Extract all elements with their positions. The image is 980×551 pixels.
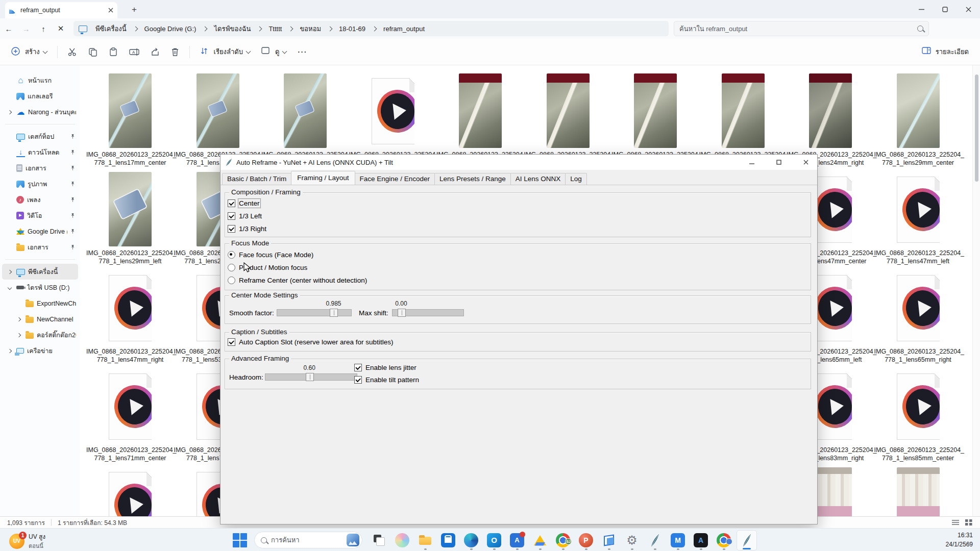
paste-icon[interactable] [105, 44, 122, 60]
sort-button[interactable]: เรียงลำดับ [196, 43, 254, 60]
sidebar-item--[interactable]: เอกสาร [2, 160, 78, 176]
checkbox-icon[interactable] [228, 338, 235, 346]
sidebar-item-exportnewchanel[interactable]: ExportNewChanel [11, 295, 78, 311]
breadcrumb-item[interactable]: พีซีเครื่องนี้ [91, 22, 131, 35]
chevron-right-icon[interactable] [6, 349, 13, 353]
checkbox-icon[interactable] [354, 376, 362, 384]
scrollbar-thumb[interactable] [975, 74, 978, 182]
sidebar-item--[interactable]: พีซีเครื่องนี้ [2, 264, 78, 280]
image-file-tile[interactable]: IMG_0868_20260123_225204_778_1_lens24mm_… [611, 73, 699, 167]
outlook-icon[interactable] [484, 530, 504, 550]
explorer-tab[interactable]: refram_output [5, 2, 117, 18]
sidebar-item--[interactable]: ↓ดาวน์โหลด [2, 144, 78, 160]
microsoft-store-icon[interactable] [438, 530, 458, 550]
checkbox-enable-lens-jitter[interactable]: Enable lens jitter [354, 364, 416, 371]
radio-icon[interactable] [228, 277, 235, 284]
sidebar-item--[interactable]: รูปภาพ [2, 176, 78, 192]
video-file-tile[interactable]: IMG_0868_20260123_225204_778_1_lens20mm_… [349, 73, 437, 167]
vertical-scrollbar[interactable] [972, 65, 980, 516]
radio-icon[interactable] [228, 264, 235, 271]
sidebar-item--[interactable]: วิดีโอ [2, 208, 78, 223]
weather-widget[interactable]: UV 1 UV สูงตอนนี้ [5, 531, 50, 551]
remote-app-icon[interactable]: A [507, 530, 527, 550]
dialog-minimize-icon[interactable] [740, 155, 763, 170]
image-file-tile[interactable]: IMG_0868_20260123_225204_778_1_lens29mm_… [874, 73, 962, 167]
dialog-tab-lens-presets-range[interactable]: Lens Presets / Range [434, 173, 511, 185]
chevron-right-icon[interactable] [15, 334, 22, 337]
breadcrumb-item[interactable]: ขอหอม [296, 22, 325, 35]
rename-icon[interactable]: A [125, 44, 143, 60]
close-icon[interactable] [957, 0, 980, 18]
headroom-slider[interactable] [265, 373, 357, 381]
copy-icon[interactable] [84, 44, 102, 60]
breadcrumb-item[interactable]: refram_output [379, 24, 429, 34]
copilot-icon[interactable] [392, 530, 412, 550]
sidebar-item-narong-[interactable]: ☁Narong - ส่วนบุคคล [2, 104, 78, 120]
video-file-tile[interactable]: IMG_0868_20260123_225204_778_1_lens85mm_… [874, 369, 962, 462]
details-view-icon[interactable] [951, 519, 960, 526]
radio-product-motion-focus[interactable]: Product / Motion focus [228, 264, 307, 271]
image-file-tile[interactable]: IMG_0868_20260123_225204_778_1_lens20mm_… [524, 73, 612, 167]
radio-icon[interactable] [228, 251, 235, 259]
video-file-tile[interactable]: IMG_0868_20260123_225204_778_1_lens65mm_… [874, 270, 962, 364]
python-app-active-icon[interactable] [737, 530, 757, 550]
new-button[interactable]: สร้าง [7, 43, 51, 60]
cut-icon[interactable] [64, 44, 81, 60]
dialog-tab-face-engine-encoder[interactable]: Face Engine / Encoder [355, 173, 435, 185]
image-file-tile[interactable]: IMG_0868_20260123_225204_778_1_lens24mm_… [699, 73, 787, 167]
tab-close-icon[interactable] [108, 8, 113, 13]
sidebar-item-newchannel[interactable]: NewChannel [11, 311, 78, 327]
breadcrumb-item[interactable]: 18-01-69 [335, 24, 370, 34]
dialog-maximize-icon[interactable] [767, 155, 790, 170]
breadcrumb-item[interactable]: ไดรฟ์ของฉัน [210, 22, 255, 35]
stop-refresh-icon[interactable]: ✕ [52, 21, 69, 36]
details-pane-button[interactable]: รายละเอียด [918, 43, 973, 60]
new-tab-button[interactable]: + [132, 5, 137, 14]
sidebar-item--[interactable]: เครือข่าย [2, 343, 78, 359]
max-shift-knob[interactable] [398, 309, 406, 317]
video-file-tile[interactable]: IMG_0868_20260123_225204_778_1_lens47mm_… [874, 172, 962, 265]
m-app-icon[interactable]: M [668, 530, 688, 550]
headroom-knob[interactable] [306, 373, 314, 381]
taskbar-search[interactable]: การค้นหา [254, 532, 362, 548]
image-file-tile[interactable]: IMG_0868_20260123_225204_778_1_lens29mm_… [86, 172, 174, 265]
breadcrumb[interactable]: พีซีเครื่องนี้Google Drive (G:)ไดรฟ์ของฉ… [74, 21, 669, 36]
radio-face-focus-face-mode-[interactable]: Face focus (Face Mode) [228, 251, 313, 259]
python-app-icon[interactable] [645, 530, 665, 550]
checkbox-1-3-left[interactable]: 1/3 Left [228, 212, 262, 220]
maximize-icon[interactable] [933, 0, 957, 18]
dialog-title-bar[interactable]: Auto Reframe - YuNet + AI Lens (ONNX CUD… [220, 155, 817, 170]
video-file-tile[interactable]: IMG_0868_20260123_225204_778_1_lens47mm_… [86, 270, 174, 364]
chevron-right-icon[interactable] [6, 270, 13, 273]
minimize-icon[interactable] [910, 0, 933, 18]
checkbox-icon[interactable] [228, 212, 235, 220]
search-box[interactable]: ค้นหาใน refram_output [674, 21, 929, 36]
settings-icon[interactable]: ⚙ [622, 530, 642, 550]
dialog-tab-log[interactable]: Log [565, 173, 587, 185]
chevron-right-icon[interactable] [15, 318, 22, 321]
google-drive-icon[interactable] [530, 530, 550, 550]
thumbnail-view-icon[interactable] [965, 519, 973, 526]
image-file-tile[interactable]: IMG_0868_20260123_225204_778_1_lens17mm_… [174, 73, 262, 167]
checkbox-icon[interactable] [228, 225, 235, 233]
image-file-tile[interactable] [874, 467, 962, 516]
sidebar-item--[interactable]: แกลเลอรี [2, 88, 78, 104]
checkbox-icon[interactable] [228, 199, 235, 207]
chevron-down-icon[interactable] [6, 286, 13, 289]
checkbox-auto-caption-slot-reserve-lower-area-for-subtitles-[interactable]: Auto Caption Slot (reserve lower area fo… [228, 338, 393, 346]
checkbox-1-3-right[interactable]: 1/3 Right [228, 225, 266, 233]
checkbox-center[interactable]: Center [228, 199, 260, 207]
powerpoint-icon[interactable] [576, 530, 596, 550]
share-icon[interactable] [146, 44, 164, 60]
back-icon[interactable]: ← [0, 21, 17, 36]
max-shift-slider[interactable] [392, 309, 464, 316]
image-file-tile[interactable]: IMG_0868_20260123_225204_778_1_lens17mm_… [261, 73, 349, 167]
dialog-close-icon[interactable] [794, 155, 817, 170]
delete-icon[interactable] [167, 44, 183, 60]
sidebar-item--[interactable]: ⌂หน้าแรก [2, 72, 78, 88]
sidebar-item--[interactable]: ♪เพลง [2, 192, 78, 208]
dialog-tab-framing-layout[interactable]: Framing / Layout [291, 171, 355, 185]
sidebar-item--[interactable]: เดสก์ท็อป [2, 129, 78, 144]
up-icon[interactable]: ↑ [35, 21, 52, 36]
view-button[interactable]: ดู [257, 43, 290, 60]
